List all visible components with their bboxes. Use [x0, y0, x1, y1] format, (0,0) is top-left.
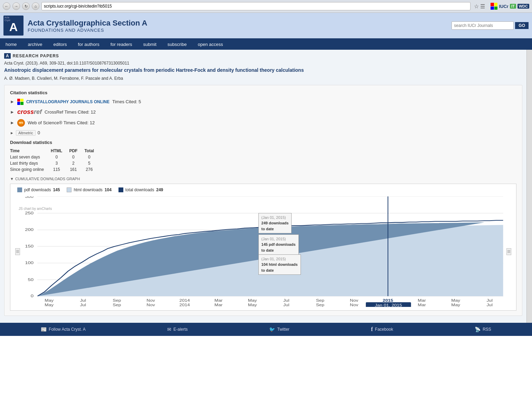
tooltip-pdf: (Jan 01, 2015) 145 pdf downloads to date — [258, 234, 299, 255]
svg-text:May: May — [45, 303, 54, 307]
cjo-label[interactable]: CRYSTALLOGRAPHY JOURNALS ONLINE — [26, 99, 110, 104]
download-stats-table: Time HTML PDF Total Last seven days 0 0 … — [10, 148, 101, 173]
nav-for-authors[interactable]: for authors — [72, 39, 105, 50]
footer-rss-label: RSS — [483, 327, 491, 332]
home-button[interactable]: ⌂ — [32, 2, 39, 10]
footer-twitter-label: Twitter — [277, 327, 289, 332]
nav-editors[interactable]: editors — [48, 39, 72, 50]
svg-text:Jul: Jul — [283, 303, 289, 307]
svg-text:Sep: Sep — [316, 298, 325, 302]
col-pdf: PDF — [69, 148, 84, 154]
svg-text:Mar: Mar — [418, 298, 426, 302]
tooltip-total: (Jan 01, 2015) 249 downloads to date — [258, 213, 292, 234]
table-row: Since going online 115 161 276 — [10, 166, 101, 173]
footer-ealerts[interactable]: ✉ E-alerts — [167, 327, 188, 332]
article-authors: A. Ø. Madsen, B. Civalleri, M. Ferrabone… — [4, 76, 522, 81]
scrollbar[interactable] — [526, 50, 532, 323]
altmetric-badge: Altmetric — [16, 130, 36, 136]
download-section: Download statistics Time HTML PDF Total … — [10, 140, 516, 173]
svg-text:Sep: Sep — [316, 303, 325, 307]
footer-rss[interactable]: 📡 RSS — [475, 327, 491, 332]
svg-text:May: May — [451, 303, 460, 307]
header-search: GO — [452, 21, 529, 30]
svg-text:Jul: Jul — [283, 298, 289, 302]
back-button[interactable]: ← — [3, 2, 10, 10]
nav-submit[interactable]: submit — [138, 39, 162, 50]
svg-text:May: May — [248, 303, 257, 307]
svg-text:Jul: Jul — [487, 298, 493, 302]
footer-facebook-label: Facebook — [375, 327, 393, 332]
logo-letter: A — [9, 20, 18, 34]
wdc-logo[interactable]: WDC — [517, 4, 529, 9]
svg-text:Jul: Jul — [80, 298, 86, 302]
svg-text:150: 150 — [25, 244, 34, 248]
iucr-logo[interactable]: IUCr — [499, 4, 508, 9]
section-label: A — [4, 53, 11, 59]
table-row: Last thirty days 3 2 5 — [10, 160, 101, 166]
nav-open-access[interactable]: open access — [192, 39, 228, 50]
wos-times-cited: Web of Science® Times Cited: 12 — [28, 120, 95, 125]
legend-total-box — [118, 187, 123, 192]
nav-for-readers[interactable]: for readers — [105, 39, 138, 50]
altmetric-score: 0 — [38, 130, 40, 135]
graph-legend: pdf downloads 145 html downloads 104 tot… — [14, 187, 513, 192]
bookmark-icon[interactable]: ☆ — [474, 3, 479, 10]
legend-pdf-box — [17, 187, 22, 192]
legend-html-value: 104 — [105, 187, 112, 192]
svg-text:Jul: Jul — [80, 303, 86, 307]
nav-archive[interactable]: archive — [22, 39, 48, 50]
wos-logo: WS — [17, 119, 25, 127]
svg-text:250: 250 — [25, 211, 34, 215]
svg-text:Nov: Nov — [350, 303, 358, 307]
svg-text:2014: 2014 — [179, 303, 190, 307]
site-nav: home archive editors for authors for rea… — [0, 39, 532, 50]
drag-right-icon[interactable] — [506, 248, 511, 255]
cjo-citation-row: ► CRYSTALLOGRAPHY JOURNALS ONLINE Times … — [10, 99, 516, 105]
newspaper-icon: 📰 — [41, 327, 47, 332]
section-text: RESEARCH PAPERS — [13, 54, 59, 58]
footer-follow[interactable]: 📰 Follow Acta Cryst. A — [41, 327, 86, 332]
it-logo[interactable]: IT — [510, 4, 516, 9]
drag-left-icon[interactable] — [15, 248, 20, 255]
svg-text:May: May — [248, 298, 257, 302]
article-ref: Acta Cryst. (2013). A69, 309-321, doi:10… — [4, 61, 522, 66]
search-input[interactable] — [452, 21, 514, 30]
nav-subscribe[interactable]: subscribe — [162, 39, 192, 50]
amcharts-label: JS chart by amCharts — [19, 207, 52, 211]
wos-citation-row: ► WS Web of Science® Times Cited: 12 — [10, 119, 516, 127]
iucr-grid-logo — [491, 3, 497, 10]
table-row: Last seven days 0 0 0 — [10, 154, 101, 160]
svg-text:Jul: Jul — [487, 303, 493, 307]
legend-pdf-label: pdf downloads — [24, 187, 51, 192]
legend-html-box — [67, 187, 72, 192]
menu-icon[interactable]: ☰ — [480, 3, 485, 10]
crossref-logo: crossref — [17, 108, 42, 116]
col-total: Total — [84, 148, 101, 154]
legend-total-value: 249 — [156, 187, 163, 192]
footer-twitter[interactable]: 🐦 Twitter — [269, 327, 289, 332]
cjo-arrow: ► — [10, 99, 15, 104]
search-button[interactable]: GO — [515, 22, 529, 29]
crossref-citation-row: ► crossref CrossRef Times Cited: 12 — [10, 108, 516, 116]
article-title: Anisotropic displacement parameters for … — [4, 67, 522, 74]
svg-text:Nov: Nov — [146, 298, 155, 302]
legend-html: html downloads 104 — [67, 187, 111, 192]
address-bar[interactable] — [41, 2, 471, 10]
refresh-button[interactable]: ↻ — [22, 2, 30, 10]
graph-toggle[interactable]: ▼ CUMULATIVE DOWNLOADS GRAPH — [10, 177, 516, 181]
forward-button[interactable]: → — [12, 2, 20, 10]
row-pdf: 2 — [69, 160, 84, 166]
svg-text:Nov: Nov — [350, 298, 358, 302]
row-pdf: 0 — [69, 154, 84, 160]
svg-text:50: 50 — [28, 277, 34, 282]
legend-total-label: total downloads — [125, 187, 154, 192]
journal-title-block: Acta Crystallographica Section A FOUNDAT… — [28, 19, 147, 33]
svg-text:Jan 01, 2015: Jan 01, 2015 — [375, 303, 402, 307]
svg-text:Mar: Mar — [418, 303, 426, 307]
row-total: 276 — [84, 166, 101, 173]
footer-facebook[interactable]: f Facebook — [371, 326, 393, 332]
col-time: Time — [10, 148, 51, 154]
svg-text:200: 200 — [25, 227, 34, 232]
svg-text:Mar: Mar — [215, 298, 222, 302]
nav-home[interactable]: home — [0, 39, 22, 50]
